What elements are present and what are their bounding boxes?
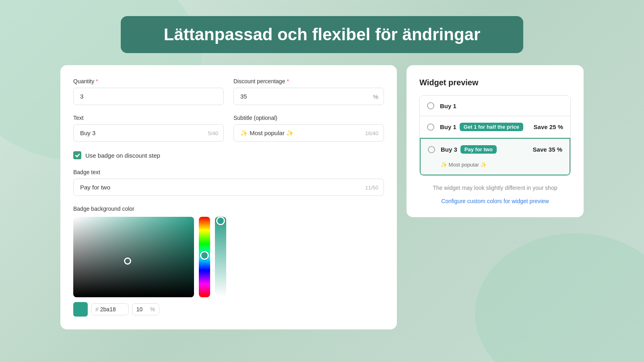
badge-text-label: Badge text [73, 169, 384, 175]
quantity-label: Quantity * [73, 78, 224, 84]
color-alpha-input[interactable]: % [132, 303, 159, 315]
widget-note: The widget may look slightly different i… [419, 184, 571, 192]
alpha-value-input[interactable] [136, 306, 149, 313]
discount-label: Discount percentage * [233, 78, 384, 84]
badge-text-group: Badge text 11/50 [73, 169, 384, 196]
text-input-wrapper: 5/40 [73, 124, 224, 142]
option-content-1: Buy 1 [440, 103, 563, 109]
option-save-2: Save 25 % [534, 123, 563, 130]
required-star: * [96, 78, 98, 84]
badge-text-input[interactable] [73, 179, 384, 196]
widget-option-3[interactable]: Buy 3 Pay for two Save 35 % ✨ Most popul… [420, 138, 570, 175]
color-picker-area [73, 217, 384, 297]
color-picker-dot[interactable] [124, 257, 131, 265]
right-panel: Widget preview Buy 1 Buy 1 Get 1 for hal… [407, 65, 584, 217]
color-swatch [73, 302, 88, 317]
quantity-input[interactable] [73, 88, 224, 105]
discount-group: Discount percentage * % [233, 78, 384, 105]
page-title: Lättanpassad och flexibel för ändringar [145, 25, 499, 44]
use-badge-checkbox[interactable] [73, 151, 81, 159]
widget-option-1[interactable]: Buy 1 [420, 96, 570, 116]
option-save-3: Save 35 % [533, 146, 562, 153]
title-banner: Lättanpassad och flexibel för ändringar [121, 16, 523, 53]
option-badge-3: Pay for two [460, 145, 497, 154]
discount-input[interactable] [233, 88, 384, 105]
option-text-1: Buy 1 [440, 103, 456, 109]
badge-text-counter: 11/50 [365, 184, 378, 190]
radio-3 [428, 146, 435, 153]
use-badge-label: Use badge on discount step [85, 152, 160, 159]
discount-input-wrapper: % [233, 88, 384, 105]
subtitle-label: Subtitle (optional) [233, 115, 384, 121]
color-picker-section: Badge background color # [73, 206, 384, 317]
option-text-3: Buy 3 [441, 146, 457, 153]
subtitle-input-wrapper: 16/40 [233, 124, 384, 142]
alpha-suffix: % [150, 306, 155, 313]
hue-slider[interactable] [199, 217, 210, 297]
option-text-2: Buy 1 [440, 123, 456, 130]
required-star-2: * [287, 78, 289, 84]
option-content-2: Buy 1 Get 1 for half the price [440, 123, 528, 131]
badge-text-wrapper: 11/50 [73, 179, 384, 196]
alpha-slider[interactable] [215, 217, 226, 297]
quantity-group: Quantity * [73, 78, 224, 105]
configure-colors-link[interactable]: Configure custom colors for widget previ… [419, 198, 571, 204]
option-content-3: Buy 3 Pay for two [441, 145, 527, 154]
widget-option-2[interactable]: Buy 1 Get 1 for half the price Save 25 % [420, 116, 570, 138]
option-subtitle-3: ✨ Most popular ✨ [441, 162, 487, 168]
color-gradient-box[interactable] [73, 217, 194, 297]
subtitle-group: Subtitle (optional) 16/40 [233, 115, 384, 142]
option-badge-2: Get 1 for half the price [460, 123, 523, 131]
use-badge-row: Use badge on discount step [73, 151, 384, 159]
text-group: Text 5/40 [73, 115, 224, 142]
hex-value-input[interactable] [100, 306, 124, 313]
percent-suffix: % [373, 93, 378, 100]
radio-2 [427, 123, 434, 131]
widget-preview-title: Widget preview [419, 78, 571, 87]
subtitle-input[interactable] [233, 124, 384, 142]
left-panel: Quantity * Discount percentage * % [60, 65, 397, 329]
hue-dot[interactable] [200, 251, 209, 260]
text-counter: 5/40 [208, 130, 218, 136]
color-values-row: # % [73, 302, 384, 317]
badge-bg-color-label: Badge background color [73, 206, 384, 212]
subtitle-counter: 16/40 [365, 130, 378, 136]
alpha-dot[interactable] [216, 216, 225, 225]
hex-prefix: # [95, 306, 99, 313]
color-hex-input[interactable]: # [91, 303, 129, 315]
widget-options: Buy 1 Buy 1 Get 1 for half the price Sav… [419, 95, 571, 176]
radio-1 [427, 102, 434, 109]
text-label: Text [73, 115, 224, 121]
text-input[interactable] [73, 124, 224, 142]
